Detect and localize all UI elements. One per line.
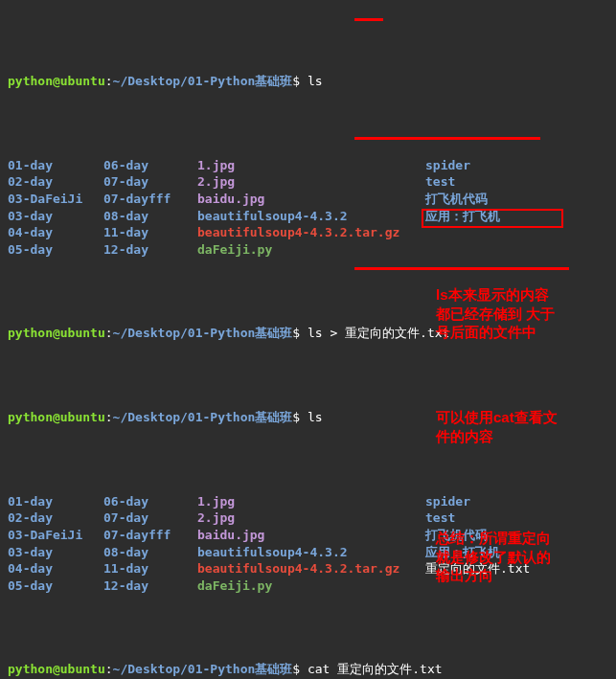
file-row: 02-day07-day2.jpgtest — [8, 509, 608, 527]
file-entry: 02-day — [8, 173, 103, 191]
file-entry: spider — [425, 493, 608, 510]
file-entry: daFeiji.py — [197, 577, 425, 595]
prompt-line-redirect: python@ubuntu:~/Desktop/01-Python基础班$ ls… — [8, 325, 608, 342]
file-row: 03-DaFeiJi07-dayfffbaidu.jpg打飞机代码 — [8, 191, 608, 208]
file-row: 03-day08-daybeautifulsoup4-4.3.2应用：打飞机 — [8, 544, 608, 561]
file-entry: 12-day — [103, 577, 197, 595]
file-entry: 08-day — [103, 544, 197, 561]
underline-cat — [354, 267, 569, 270]
file-entry: 2.jpg — [197, 173, 425, 191]
prompt-user: python — [8, 74, 53, 88]
file-entry: beautifulsoup4-4.3.2 — [197, 544, 425, 561]
prompt-path: ~/Desktop/01-Python基础班 — [113, 74, 293, 88]
command-ls-1: ls — [308, 74, 323, 88]
file-entry: 05-day — [8, 577, 103, 595]
file-entry: 2.jpg — [197, 509, 425, 527]
file-entry — [425, 224, 608, 241]
file-row: 04-day11-daybeautifulsoup4-4.3.2.tar.gz — [8, 224, 608, 241]
file-row: 01-day06-day1.jpgspider — [8, 157, 608, 174]
file-entry — [425, 241, 608, 259]
file-entry: 1.jpg — [197, 157, 425, 174]
prompt-line-2: python@ubuntu:~/Desktop/01-Python基础班$ ls — [8, 409, 608, 426]
underline-ls — [354, 18, 383, 21]
file-entry — [425, 577, 608, 595]
prompt-host: ubuntu — [60, 74, 105, 88]
file-row: 03-day08-daybeautifulsoup4-4.3.2应用：打飞机 — [8, 208, 608, 225]
file-entry: 07-day — [103, 173, 197, 191]
file-entry: 05-day — [8, 241, 103, 259]
file-entry: 06-day — [103, 157, 197, 174]
command-redirect: ls > 重定向的文件.txt — [308, 326, 449, 340]
file-entry: 11-day — [103, 560, 197, 577]
file-entry: beautifulsoup4-4.3.2.tar.gz — [197, 224, 425, 241]
file-entry: 12-day — [103, 241, 197, 259]
file-entry: 08-day — [103, 208, 197, 225]
file-entry: test — [425, 509, 608, 527]
prompt-dollar: $ — [292, 74, 300, 88]
file-entry: 应用：打飞机 — [425, 544, 608, 561]
file-entry: 01-day — [8, 157, 103, 174]
file-entry: 重定向的文件.txt — [425, 560, 608, 577]
file-entry: 03-DaFeiJi — [8, 527, 103, 544]
file-entry: baidu.jpg — [197, 191, 425, 208]
file-entry: daFeiji.py — [197, 241, 425, 259]
file-entry: 打飞机代码 — [425, 191, 608, 208]
file-entry: 03-day — [8, 544, 103, 561]
file-entry: 1.jpg — [197, 493, 425, 510]
file-entry: 03-DaFeiJi — [8, 191, 103, 208]
file-entry: 11-day — [103, 224, 197, 241]
ls-output-2: 01-day06-day1.jpgspider02-day07-day2.jpg… — [8, 493, 608, 594]
file-row: 03-DaFeiJi07-dayfffbaidu.jpg打飞机代码 — [8, 527, 608, 544]
terminal-window[interactable]: python@ubuntu:~/Desktop/01-Python基础班$ ls… — [0, 0, 616, 679]
file-entry: baidu.jpg — [197, 527, 425, 544]
file-entry: test — [425, 173, 608, 191]
command-ls-2: ls — [308, 410, 323, 424]
file-row: 01-day06-day1.jpgspider — [8, 493, 608, 510]
file-entry: 03-day — [8, 208, 103, 225]
prompt-line-cat: python@ubuntu:~/Desktop/01-Python基础班$ ca… — [8, 661, 608, 678]
file-entry: 07-day — [103, 509, 197, 527]
ls-output-1: 01-day06-day1.jpgspider02-day07-day2.jpg… — [8, 157, 608, 258]
file-entry: 02-day — [8, 509, 103, 527]
prompt-colon: : — [105, 74, 113, 88]
file-entry: 07-dayfff — [103, 191, 197, 208]
file-entry: spider — [425, 157, 608, 174]
file-row: 04-day11-daybeautifulsoup4-4.3.2.tar.gz重… — [8, 560, 608, 577]
file-row: 05-day12-daydaFeiji.py — [8, 241, 608, 259]
prompt-line-1: python@ubuntu:~/Desktop/01-Python基础班$ ls — [8, 73, 608, 90]
file-entry: 04-day — [8, 560, 103, 577]
file-entry: 应用：打飞机 — [425, 208, 608, 225]
prompt-at: @ — [53, 74, 60, 88]
file-entry: 06-day — [103, 493, 197, 510]
file-row: 02-day07-day2.jpgtest — [8, 173, 608, 191]
file-entry: 打飞机代码 — [425, 527, 608, 544]
file-entry: 01-day — [8, 493, 103, 510]
file-entry: beautifulsoup4-4.3.2 — [197, 208, 425, 225]
file-entry: 04-day — [8, 224, 103, 241]
file-entry: 07-dayfff — [103, 527, 197, 544]
file-row: 05-day12-daydaFeiji.py — [8, 577, 608, 595]
command-cat: cat 重定向的文件.txt — [308, 662, 443, 676]
underline-redirect — [354, 137, 540, 140]
file-entry: beautifulsoup4-4.3.2.tar.gz — [197, 560, 425, 577]
